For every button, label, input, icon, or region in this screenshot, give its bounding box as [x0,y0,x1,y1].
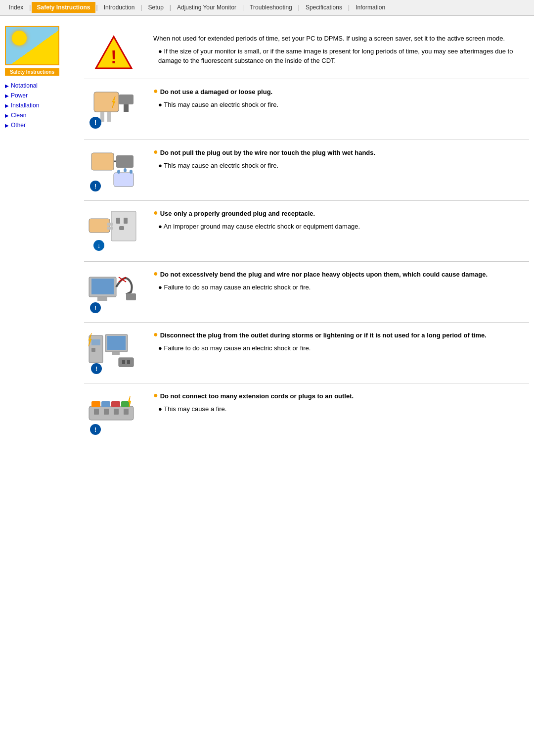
svg-rect-25 [107,227,113,230]
svg-rect-49 [94,409,99,415]
svg-rect-31 [126,293,136,300]
section-bend: ! ● Do not excessively bend the plug and… [84,262,529,323]
dpms-intro: When not used for extended periods of ti… [153,34,529,44]
svg-point-15 [124,168,127,172]
svg-rect-24 [107,223,113,226]
damaged-plug-title: ● Do not use a damaged or loose plug. [153,87,529,97]
storm-icon: ! [87,331,141,375]
section-image-grounded: ↓ [84,209,143,253]
nav-introduction[interactable]: Introduction [99,2,140,13]
svg-rect-42 [119,358,134,367]
orange-dot-4: ● [153,270,158,278]
arrow-icon-other: ▶ [5,123,9,128]
svg-rect-52 [124,409,129,415]
svg-rect-43 [122,360,125,364]
section-image-damaged-plug: ! [84,87,143,132]
svg-rect-37 [91,339,100,345]
nav-sep-1: | [28,4,32,11]
grounded-title: ● Use only a properly grounded plug and … [153,209,529,219]
wet-hands-title: ● Do not pull the plug out by the wire n… [153,148,529,158]
storm-title: ● Disconnect the plug from the outlet du… [153,331,529,340]
section-text-storm: ● Disconnect the plug from the outlet du… [153,331,529,353]
svg-rect-3 [100,112,104,122]
section-image-extension: ! [84,391,143,436]
extension-title: ● Do not connect too many extension cord… [153,391,529,401]
section-image-dpms: ! [84,34,143,71]
top-navigation: Index | Safety Instructions | Introducti… [0,0,534,16]
section-text-wet-hands: ● Do not pull the plug out by the wire n… [153,148,529,170]
arrow-icon-clean: ▶ [5,113,9,118]
nav-sep-5: | [241,4,245,11]
svg-rect-54 [101,401,110,407]
sidebar-label-clean: Clean [11,112,26,119]
arrow-icon-power: ▶ [5,93,9,98]
nav-sep-3: | [139,4,143,11]
svg-rect-41 [112,352,120,355]
svg-rect-4 [107,112,111,122]
nav-troubleshooting[interactable]: Troubleshooting [245,2,297,13]
svg-rect-38 [91,348,95,352]
sidebar-item-clean[interactable]: ▶ Clean [5,110,74,120]
sidebar-logo [5,26,59,65]
storm-bullets: Failure to do so may cause an electric s… [153,343,529,353]
sidebar-item-other[interactable]: ▶ Other [5,120,74,130]
bend-bullet-0: Failure to do so may cause an electric s… [158,283,529,292]
storm-bullet-0: Failure to do so may cause an electric s… [158,343,529,353]
section-damaged-plug: ! ● Do not use a damaged or loose plug. … [84,79,529,140]
bend-bullets: Failure to do so may cause an electric s… [153,283,529,292]
svg-rect-19 [111,211,136,241]
svg-text:!: ! [94,426,96,433]
orange-dot-3: ● [153,209,158,217]
dpms-bullet-0: If the size of your monitor is small, or… [158,47,529,66]
svg-point-16 [130,170,133,174]
extension-cord-icon: ! [87,391,141,436]
svg-rect-22 [119,226,124,230]
sidebar-label-power: Power [11,92,28,99]
sidebar-label-notational: Notational [11,82,38,89]
svg-rect-10 [91,153,114,170]
dpms-bullets: If the size of your monitor is small, or… [153,47,529,66]
sidebar-item-power[interactable]: ▶ Power [5,91,74,100]
orange-dot-6: ● [153,391,158,399]
svg-rect-55 [111,401,120,407]
sidebar-label-other: Other [11,122,26,129]
section-storm: ! ● Disconnect the plug from the outlet … [84,323,529,383]
svg-rect-13 [114,173,134,187]
svg-text:!: ! [94,183,96,190]
svg-text:!: ! [94,304,96,312]
main-content: ! When not used for extended periods of … [74,26,529,444]
damaged-plug-bullets: This may cause an electric shock or fire… [153,100,529,110]
section-grounded: ↓ ● Use only a properly grounded plug an… [84,201,529,262]
nav-index[interactable]: Index [4,2,28,13]
grounded-bullets: An improper ground may cause electric sh… [153,222,529,232]
svg-rect-30 [97,297,107,301]
grounded-bullet-0: An improper ground may cause electric sh… [158,222,529,232]
orange-dot-5: ● [153,331,158,338]
sidebar-item-installation[interactable]: ▶ Installation [5,100,74,110]
section-text-dpms: When not used for extended periods of ti… [153,34,529,66]
nav-sep-2: | [95,4,99,11]
orange-dot-1: ● [153,87,158,95]
nav-safety-instructions[interactable]: Safety Instructions [32,2,95,13]
section-text-extension: ● Do not connect too many extension cord… [153,391,529,414]
grounded-plug-icon: ↓ [87,209,141,253]
sidebar-label-installation: Installation [11,102,39,109]
nav-information[interactable]: Information [351,2,390,13]
nav-specifications[interactable]: Specifications [301,2,347,13]
wet-hands-icon: ! [87,148,141,192]
svg-rect-53 [91,401,100,407]
svg-rect-50 [104,409,109,415]
nav-sep-6: | [297,4,301,11]
nav-adjusting[interactable]: Adjusting Your Monitor [172,2,241,13]
svg-rect-21 [124,218,128,224]
section-text-damaged-plug: ● Do not use a damaged or loose plug. Th… [153,87,529,109]
sidebar-logo-label: Safety Instructions [5,68,59,76]
nav-setup[interactable]: Setup [143,2,168,13]
svg-point-14 [117,170,120,174]
svg-text:!: ! [95,365,97,373]
nav-sep-4: | [169,4,172,11]
sidebar-item-notational[interactable]: ▶ Notational [5,81,74,91]
section-image-bend: ! [84,270,143,314]
svg-rect-11 [116,155,134,168]
wet-hands-bullets: This may cause an electric shock or fire… [153,161,529,171]
